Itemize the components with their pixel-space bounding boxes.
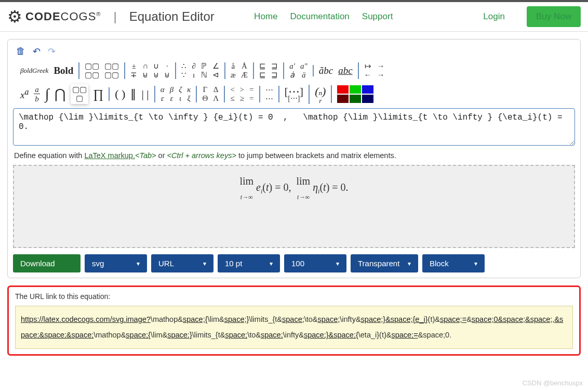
hint-text: Define equation with LaTeX markup.<Tab> …: [13, 147, 575, 165]
action-row: 🗑 ↶ ↷: [13, 45, 575, 61]
color-red[interactable]: [337, 85, 349, 94]
selected-matrix-icon[interactable]: ▢▢▢: [71, 84, 88, 104]
prod-icon[interactable]: ∏: [93, 87, 104, 101]
logo[interactable]: ⚙ CODECOGS®: [7, 7, 101, 27]
main-nav: Home Documentation Support Login Buy Now: [254, 6, 581, 27]
nav-home[interactable]: Home: [254, 11, 277, 22]
cdots-icon[interactable]: ⋯⋯: [265, 86, 273, 102]
nav-docs[interactable]: Documentation: [290, 11, 349, 22]
paren-icon[interactable]: ( ): [115, 87, 125, 101]
Gamma-icon[interactable]: ΓΘ: [202, 86, 208, 102]
beta-icon[interactable]: βε: [170, 86, 173, 102]
Delta-icon[interactable]: ΔΛ: [213, 86, 219, 102]
divider: |: [113, 9, 116, 24]
color-blue[interactable]: [362, 85, 373, 94]
redo-icon[interactable]: ↷: [48, 46, 56, 57]
url-output[interactable]: https://latex.codecogs.com/svg.image?\ma…: [15, 306, 573, 349]
equation-preview: limt→∞ ei(t) = 0, limt→∞ ηi(t) = 0.: [13, 165, 575, 248]
display-select[interactable]: Block: [422, 254, 485, 272]
kappa-icon[interactable]: κξ: [187, 86, 191, 102]
url-section: The URL link to this equation: https://l…: [7, 285, 581, 356]
cap-icon[interactable]: ∩⊌: [142, 62, 148, 79]
partial-icon[interactable]: ∂ı: [192, 62, 195, 79]
sqsup-icon[interactable]: ⊒⊒: [271, 62, 278, 79]
render-select[interactable]: URL: [151, 254, 213, 272]
undo-icon[interactable]: ↶: [33, 46, 41, 57]
nav-login[interactable]: Login: [483, 11, 505, 22]
boldgreek-button[interactable]: βoldGreek: [20, 67, 48, 75]
bbP-icon[interactable]: ℙℕ: [201, 62, 207, 79]
binom-icon[interactable]: (nr): [315, 85, 326, 104]
adprime-icon[interactable]: a″ä: [300, 62, 308, 79]
latex-input[interactable]: [13, 108, 575, 146]
bmatrix-icon[interactable]: [⋯][⋯]: [285, 86, 304, 102]
symbol-toolbar: βoldGreek Bold ▢▢▢▢ ▢▢▢▢ ±∓ ∩⊌ ∪⊎ ·⊎ ∴∵ …: [13, 61, 575, 108]
color-darkred[interactable]: [337, 95, 349, 103]
cog-icon: ⚙: [7, 7, 22, 27]
editor-panel: 🗑 ↶ ↷ βoldGreek Bold ▢▢▢▢ ▢▢▢▢ ±∓ ∩⊌ ∪⊎ …: [7, 39, 581, 278]
format-select[interactable]: svg: [85, 254, 147, 272]
Aring-icon[interactable]: ÅÆ: [241, 62, 248, 79]
matrix2-icon[interactable]: ▢▢▢▢: [104, 62, 119, 79]
zoom-select[interactable]: 100: [284, 254, 346, 272]
underabc-icon[interactable]: abc: [338, 65, 352, 76]
wideabc-icon[interactable]: ãbc: [319, 65, 333, 76]
gt-icon[interactable]: >≥: [240, 86, 244, 102]
size-select[interactable]: 10 pt: [218, 254, 280, 272]
color-palette[interactable]: [337, 85, 373, 103]
sqsub-icon[interactable]: ⊑⊑: [259, 62, 266, 79]
controls-row: Download svg URL 10 pt 100 Transparent B…: [13, 254, 575, 272]
nav-support[interactable]: Support: [362, 11, 393, 22]
zeta-icon[interactable]: ζι: [179, 86, 182, 102]
url-label: The URL link to this equation:: [15, 292, 573, 301]
color-darkblue[interactable]: [362, 95, 373, 103]
matrix-icon[interactable]: ▢▢▢▢: [85, 62, 99, 79]
aprime-icon[interactable]: a′ȧ: [289, 62, 295, 79]
logo-text: CODECOGS®: [25, 10, 101, 23]
mapsto-icon[interactable]: ↦←: [364, 62, 372, 79]
bracket-icon[interactable]: | |: [141, 87, 149, 101]
trash-icon[interactable]: 🗑: [16, 46, 25, 57]
color-darkgreen[interactable]: [350, 95, 361, 103]
cup-icon[interactable]: ∪⊎: [153, 62, 159, 79]
frac-icon[interactable]: ab: [34, 86, 40, 103]
norm-icon[interactable]: ‖: [130, 87, 136, 101]
dot-icon[interactable]: ·⊎: [164, 62, 170, 79]
alpha-icon[interactable]: αε: [161, 86, 165, 102]
header: ⚙ CODECOGS® | Equation Editor Home Docum…: [0, 2, 588, 32]
buy-button[interactable]: Buy Now: [527, 6, 581, 27]
pm-icon[interactable]: ±∓: [130, 62, 137, 79]
bigcap-icon[interactable]: ⋂: [55, 86, 65, 102]
page-title: Equation Editor: [129, 9, 215, 24]
latex-markup-link[interactable]: LaTeX markup.: [84, 151, 135, 160]
bg-select[interactable]: Transparent: [351, 254, 418, 272]
lt-icon[interactable]: <≤: [230, 86, 234, 102]
eq-icon[interactable]: ==: [249, 86, 253, 102]
download-button[interactable]: Download: [13, 254, 81, 272]
rendered-equation: limt→∞ ei(t) = 0, limt→∞ ηi(t) = 0.: [239, 175, 348, 201]
color-green[interactable]: [350, 85, 361, 94]
ring-icon[interactable]: åæ: [231, 62, 236, 79]
power-icon[interactable]: xa: [20, 87, 29, 101]
bold-button[interactable]: Bold: [54, 65, 73, 76]
to-icon[interactable]: →→: [377, 62, 385, 79]
angle-icon[interactable]: ∠⊲: [212, 62, 219, 79]
therefore-icon[interactable]: ∴∵: [181, 62, 186, 79]
int-icon[interactable]: ∫: [45, 86, 49, 102]
